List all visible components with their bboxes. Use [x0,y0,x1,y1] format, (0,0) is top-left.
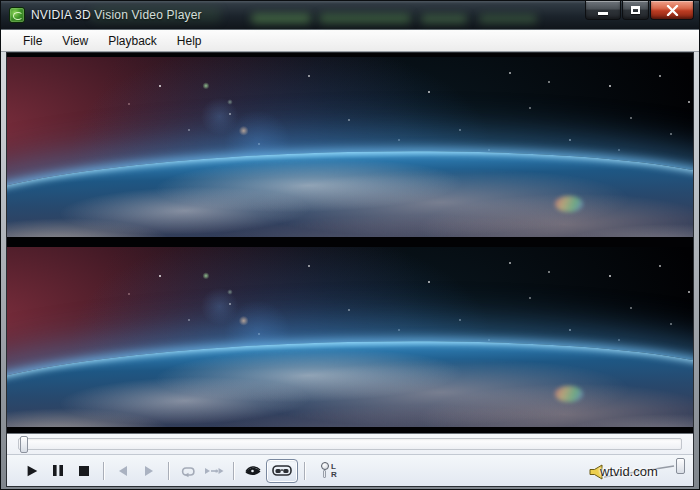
loop-button[interactable] [175,459,201,483]
lr-slider-track [323,470,326,478]
app-window: NVIDIA 3D Vision Video Player File View … [0,0,700,490]
maximize-button[interactable] [622,1,649,20]
stop-button[interactable] [71,459,97,483]
close-button[interactable] [650,1,694,20]
skip-icon [204,465,224,477]
lr-labels: L R [331,463,337,478]
lr-swap-toggle[interactable]: L R [321,462,337,479]
next-button[interactable] [136,459,162,483]
close-icon [666,5,679,16]
blurred-watermark-blob [421,15,467,23]
blurred-watermark-blob [251,14,311,23]
previous-button[interactable] [110,459,136,483]
divider [168,462,169,480]
video-frame-bottom [7,247,693,427]
lens-flare-rainbow [555,386,583,402]
nvidia-app-icon [9,7,25,23]
menu-file[interactable]: File [14,32,51,50]
video-area[interactable] [7,53,693,433]
menu-help[interactable]: Help [168,32,211,50]
divider [304,462,305,480]
titlebar[interactable]: NVIDIA 3D Vision Video Player [1,1,699,30]
blurred-watermark-blob [319,14,411,23]
play-button[interactable] [19,459,45,483]
video-frame-top [7,57,693,237]
minimize-icon [598,12,608,15]
eye-icon [244,464,262,477]
volume-control[interactable]: wtvid.com [589,457,685,483]
stars [7,247,9,249]
watermark-text: wtvid.com [600,464,658,479]
previous-icon [117,465,129,477]
window-controls [585,1,694,20]
3d-glasses-icon [272,464,292,477]
lr-slider-knob[interactable] [321,462,329,470]
divider [103,462,104,480]
menu-playback[interactable]: Playback [99,32,166,50]
3d-glasses-view-button[interactable] [266,459,298,483]
menu-view[interactable]: View [53,32,97,50]
window-title: NVIDIA 3D Vision Video Player [31,8,202,22]
skip-button[interactable] [201,459,227,483]
pause-button[interactable] [45,459,71,483]
maximize-icon [631,6,640,14]
volume-thumb[interactable] [676,458,685,474]
seek-thumb[interactable] [20,436,28,453]
label-right-eye: R [331,471,337,479]
play-icon [25,464,39,478]
lens-flare-rainbow [555,196,583,212]
loop-icon [179,464,197,478]
seek-bar[interactable] [18,438,682,450]
pause-icon [52,464,64,477]
control-bar: L R wtvid.com [7,454,693,486]
stars [7,57,9,59]
menu-bar: File View Playback Help [1,30,699,52]
divider [233,462,234,480]
stop-icon [78,465,90,477]
lr-slider[interactable] [321,462,329,479]
seek-row [7,433,693,454]
anaglyph-view-button[interactable] [240,459,266,483]
next-icon [143,465,155,477]
blurred-watermark-blob [479,15,537,23]
window-frame: L R wtvid.com [1,52,699,490]
minimize-button[interactable] [585,1,621,20]
